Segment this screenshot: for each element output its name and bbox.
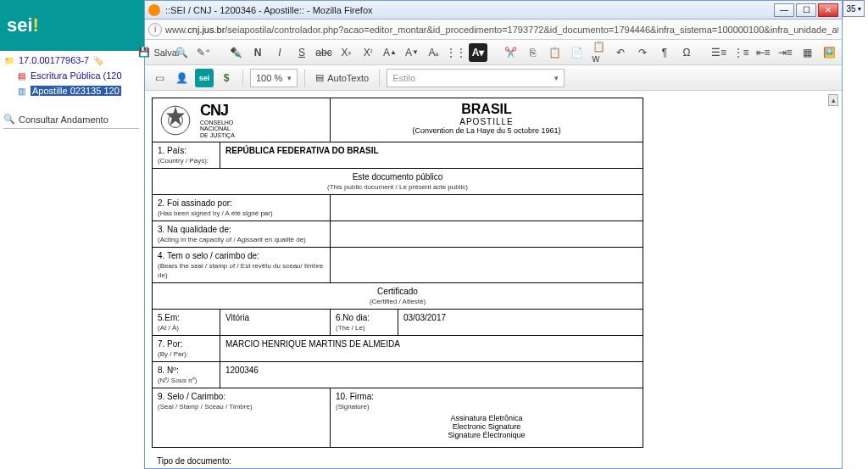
font-shrink-button[interactable]: A▼ [403,43,421,62]
image-button[interactable]: 🖼️ [820,43,838,62]
value-pais: REPÚBLICA FEDERATIVA DO BRASIL [220,142,643,169]
copy-button[interactable]: ⎘ [523,43,542,62]
firefox-window: ::SEI / CNJ - 1200346 - Apostille:: - Mo… [144,0,843,469]
label-numero: 8. Nº: [158,366,179,375]
underline-button[interactable]: S [292,43,311,62]
tree-process[interactable]: 📁 17.0.00177963-7 🏷️ [3,53,139,68]
autotexto-button[interactable]: ▤ AutoTexto [312,69,372,87]
tree-doc-escritura[interactable]: ▤ Escritura Pública (120 [3,68,139,83]
maximize-button[interactable]: ☐ [796,3,816,17]
value-numero: 1200346 [220,362,643,388]
outdent-button[interactable]: ⇤≡ [754,43,772,62]
folder-icon: 📁 [3,54,15,66]
remove-format-button[interactable]: ⋮⋮ [447,43,465,62]
label-selo: 4. Tem o selo / carimbo de: [158,251,259,260]
below-table: Tipo de documento: (Type of document / T… [152,456,826,468]
autotext-icon: ▤ [315,72,324,83]
tree-doc-apostille[interactable]: ▥ Apostille 023135 120 [3,83,139,98]
sig-fr: Signature Électronique [336,431,637,439]
editor-toolbar-1: 💾 Salvar 🔍 ✎⁺ ✒️ N I S abc X₂ X² A▲ A▼ A… [145,40,842,65]
doc-publico: Este documento público [353,172,443,181]
bullet-list-button[interactable]: ⋮≡ [732,43,750,62]
value-assinado [331,195,643,221]
document-tree: 📁 17.0.00177963-7 🏷️ ▤ Escritura Pública… [3,53,139,129]
info-icon[interactable]: i [148,23,162,36]
search-button[interactable]: 🔍 [172,43,191,62]
document-icon: ▥ [15,85,27,97]
value-em: Vitória [220,310,331,336]
cnj-logo: CNJ [200,102,235,120]
bold-button[interactable]: N [248,43,267,62]
minimize-button[interactable]: — [774,3,794,17]
value-nodia: 03/03/2017 [398,310,643,336]
special-char-button[interactable]: Ω [677,43,696,62]
process-number[interactable]: 17.0.00177963-7 [19,55,89,65]
cnj-sub: CONSELHONACIONALDE JUSTIÇA [200,120,235,138]
undo-button[interactable]: ↶ [611,43,630,62]
style-select[interactable]: Estilo▾ [387,69,565,87]
superscript-button[interactable]: X² [359,43,377,62]
apostille-heading: APOSTILLE [336,117,637,126]
scroll-up-icon[interactable]: ▴ [828,94,838,106]
apostille-country: BRASIL [336,102,637,117]
subscript-button[interactable]: X₂ [337,43,355,62]
currency-button[interactable]: $ [217,69,236,87]
save-button[interactable]: 💾 Salvar [150,43,169,62]
window-title: ::SEI / CNJ - 1200346 - Apostille:: - Mo… [165,5,774,15]
text-color-button[interactable]: A▾ [469,43,487,62]
sei-ref-button[interactable]: sei [195,69,214,87]
value-selo [331,248,643,283]
editor-content[interactable]: ▴ CNJ CONSELHONACIONALDE JUSTIÇA [145,91,842,468]
indent-button[interactable]: ⇥≡ [776,43,794,62]
label-carimbo: 9. Selo / Carimbo: [158,392,225,401]
value-por: MARCIO HENRIQUE MARTINS DE ALMEIDA [220,336,643,362]
apostille-table: CNJ CONSELHONACIONALDE JUSTIÇA BRASIL AP… [152,98,643,448]
flag-icon: 🏷️ [92,54,104,66]
search-icon: 🔍 [3,114,15,125]
case-button[interactable]: Aₐ [425,43,443,62]
coat-of-arms-icon [158,103,193,138]
numbered-list-button[interactable]: ☰≡ [709,43,728,62]
sig-en: Electronic Signature [336,422,637,431]
titlebar: ::SEI / CNJ - 1200346 - Apostille:: - Mo… [145,1,842,20]
firefox-icon [148,4,160,16]
editor-toolbar-2: ▭ 👤 sei $ 100 %▾ ▤ AutoTexto Estilo▾ [145,65,842,91]
label-em: 5.Em: [158,313,180,322]
side-badge[interactable]: 35▾ [843,0,865,17]
label-nodia: 6.No dia: [336,313,370,322]
label-por: 7. Por: [158,339,182,349]
save-icon: 💾 [138,47,150,58]
sign-button[interactable]: ✒️ [226,43,245,62]
close-button[interactable]: ✕ [818,3,838,17]
font-grow-button[interactable]: A▲ [381,43,399,62]
label-firma: 10. Firma: [336,392,374,401]
copy-format-button[interactable]: ✎⁺ [194,43,213,62]
cert-heading: Certificado [377,287,418,296]
cut-button[interactable]: ✂️ [501,43,520,62]
italic-button[interactable]: I [270,43,289,62]
show-blocks-button[interactable]: ¶ [655,43,674,62]
label-assinado: 2. Foi assinado por: [158,198,232,208]
label-tipo-doc: Tipo de documento: [157,456,231,466]
sei-logo: sei! [7,14,39,36]
paste-word-button[interactable]: 📋w [589,43,608,62]
apostille-convention: (Convention de La Haye du 5 octobre 1961… [336,126,637,135]
protocol-button[interactable]: 👤 [172,69,192,87]
label-qualidade: 3. Na qualidade de: [158,225,231,234]
table-button[interactable]: ▦ [798,43,816,62]
pdf-icon: ▤ [15,70,27,81]
redo-button[interactable]: ↷ [633,43,652,62]
preview-button[interactable]: ▭ [150,69,169,87]
consultar-andamento-link[interactable]: 🔍 Consultar Andamento [3,114,139,129]
sig-pt: Assinatura Eletrônica [336,414,637,422]
label-pais: 1. País: [158,146,186,155]
paste-text-button[interactable]: 📄 [567,43,586,62]
address-bar[interactable]: i www.cnj.jus.br/seiapostila/controlador… [145,20,842,40]
value-qualidade [331,221,643,248]
strike-button[interactable]: abc [314,43,333,62]
paste-button[interactable]: 📋 [545,43,564,62]
url-text: www.cnj.jus.br/seiapostila/controlador.p… [165,25,838,35]
zoom-select[interactable]: 100 %▾ [250,69,298,87]
sei-header: sei! [0,0,144,51]
